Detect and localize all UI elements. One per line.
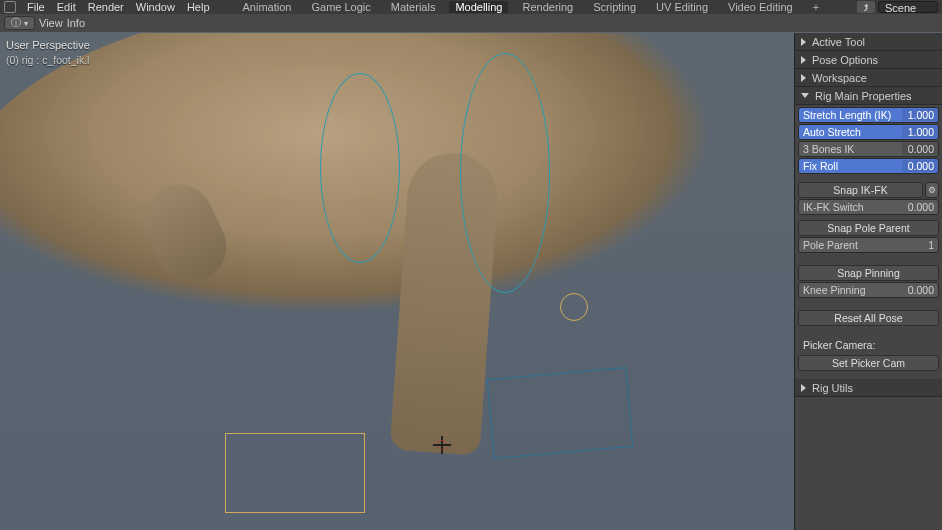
viewport-active-object-label: (0) rig : c_foot_ik.l [6,54,89,66]
tab-rendering[interactable]: Rendering [516,1,579,13]
menu-file[interactable]: File [22,1,50,13]
tab-materials[interactable]: Materials [385,1,442,13]
viewport-header: ⓘ ▾ View Info [0,14,942,32]
n-panel: Active Tool Pose Options Workspace Rig M… [794,33,942,530]
prop-value: 0.000 [908,201,934,213]
top-menubar: File Edit Render Window Help Animation G… [0,0,942,14]
rig-main-body: Stretch Length (IK) 1.000 Auto Stretch 1… [795,105,942,373]
panel-title: Workspace [812,72,867,84]
snap-pinning-button[interactable]: Snap Pinning [798,265,939,281]
panel-rig-main[interactable]: Rig Main Properties [795,87,942,105]
scene-block: ⮭ Scene [857,1,938,13]
reset-all-pose-button[interactable]: Reset All Pose [798,310,939,326]
link-icon: ⮭ [862,2,871,12]
knee-pinning-slider[interactable]: Knee Pinning 0.000 [798,282,939,298]
tab-scripting[interactable]: Scripting [587,1,642,13]
disclosure-icon [801,384,806,392]
rig-control-knee[interactable] [560,293,588,321]
prop-value: 1 [928,239,934,251]
disclosure-icon [801,56,806,64]
scene-browse-button[interactable]: ⮭ [857,1,875,13]
snap-ikfk-options-button[interactable]: ⚙ [925,182,939,198]
app-logo[interactable] [4,1,16,13]
rig-foot-ik-right[interactable] [487,367,633,459]
panel-active-tool[interactable]: Active Tool [795,33,942,51]
gear-icon: ⚙ [928,185,936,195]
disclosure-icon [801,38,806,46]
auto-stretch-slider[interactable]: Auto Stretch 1.000 [798,124,939,140]
3d-cursor-icon [435,438,449,452]
snap-pole-parent-button[interactable]: Snap Pole Parent [798,220,939,236]
prop-label: IK-FK Switch [803,201,864,213]
tab-uvediting[interactable]: UV Editing [650,1,714,13]
prop-label: Auto Stretch [799,126,902,138]
panel-workspace[interactable]: Workspace [795,69,942,87]
stretch-length-slider[interactable]: Stretch Length (IK) 1.000 [798,107,939,123]
panel-title: Rig Utils [812,382,853,394]
panel-title: Rig Main Properties [815,90,912,102]
menu-help[interactable]: Help [182,1,215,13]
scene-name-input[interactable]: Scene [878,1,938,13]
menu-render[interactable]: Render [83,1,129,13]
panel-pose-options[interactable]: Pose Options [795,51,942,69]
set-picker-cam-button[interactable]: Set Picker Cam [798,355,939,371]
menu-edit[interactable]: Edit [52,1,81,13]
header-info[interactable]: Info [67,17,85,29]
tab-animation[interactable]: Animation [237,1,298,13]
prop-value: 1.000 [902,109,938,121]
prop-label: Fix Roll [799,160,902,172]
info-icon: ⓘ [11,16,21,30]
panel-title: Pose Options [812,54,878,66]
tab-add[interactable]: + [807,1,825,13]
viewport-perspective-label: User Perspective [6,39,90,51]
prop-value: 0.000 [902,160,938,172]
prop-value: 0.000 [902,143,938,155]
pole-parent-slider[interactable]: Pole Parent 1 [798,237,939,253]
disclosure-icon [801,74,806,82]
tab-gamelogic[interactable]: Game Logic [305,1,376,13]
panel-rig-utils[interactable]: Rig Utils [795,379,942,397]
rig-control-circle[interactable] [460,53,550,293]
rig-foot-ik-left[interactable] [225,433,365,513]
prop-label: Stretch Length (IK) [799,109,902,121]
fix-roll-slider[interactable]: Fix Roll 0.000 [798,158,939,174]
picker-camera-label: Picker Camera: [798,336,939,354]
tab-videoediting[interactable]: Video Editing [722,1,799,13]
chevron-down-icon: ▾ [24,19,28,28]
prop-label: 3 Bones IK [799,143,902,155]
header-view[interactable]: View [39,17,63,29]
editor-type-dropdown[interactable]: ⓘ ▾ [4,16,35,30]
rig-control-circle[interactable] [320,73,400,263]
prop-value: 0.000 [908,284,934,296]
three-bones-ik-slider[interactable]: 3 Bones IK 0.000 [798,141,939,157]
snap-ikfk-button[interactable]: Snap IK-FK [798,182,923,198]
menu-window[interactable]: Window [131,1,180,13]
disclosure-icon [801,93,809,98]
prop-label: Pole Parent [803,239,858,251]
3d-viewport[interactable]: User Perspective (0) rig : c_foot_ik.l [0,33,794,530]
prop-value: 1.000 [902,126,938,138]
workspace-tabs: Animation Game Logic Materials Modelling… [237,1,826,13]
prop-label: Knee Pinning [803,284,865,296]
tab-modelling[interactable]: Modelling [449,1,508,13]
ikfk-switch-slider[interactable]: IK-FK Switch 0.000 [798,199,939,215]
panel-title: Active Tool [812,36,865,48]
